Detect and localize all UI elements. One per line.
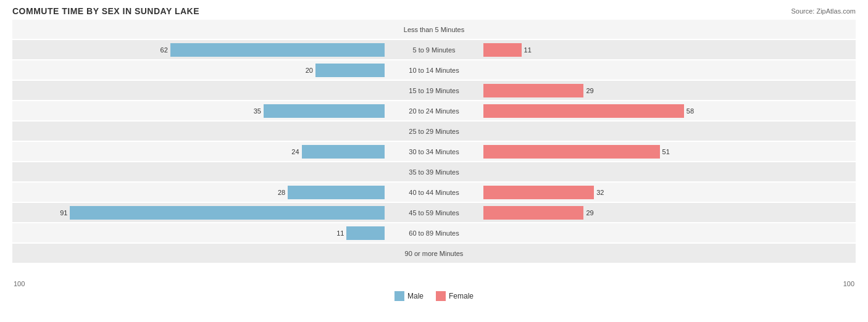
female-bar [483,186,594,199]
male-side: 35 [254,101,385,120]
axis-labels: 100 100 [12,280,856,287]
row-label: 20 to 24 Minutes [385,107,483,115]
row-label: 45 to 59 Minutes [385,209,483,217]
row-label: 40 to 44 Minutes [385,189,483,196]
chart-row: 3520 to 24 Minutes58 [12,101,856,120]
female-color-box [436,291,446,301]
female-bar [483,145,660,159]
chart-title: COMMUTE TIME BY SEX IN SUNDAY LAKE [12,6,856,16]
row-label: 15 to 19 Minutes [385,87,483,94]
female-side [483,244,486,263]
female-side: 29 [483,203,594,222]
chart-row: 2010 to 14 Minutes [12,60,856,80]
chart-row: 90 or more Minutes [12,244,856,263]
male-value: 91 [60,209,67,217]
chart-row: 2430 to 34 Minutes51 [12,142,856,161]
male-value: 62 [161,46,168,54]
chart-row: 9145 to 59 Minutes29 [12,203,856,222]
female-value: 58 [686,107,694,115]
female-side: 29 [483,81,594,100]
source-text: Source: ZipAtlas.com [791,7,856,15]
male-side: 20 [306,60,385,80]
male-bar [315,64,385,77]
row-label: 5 to 9 Minutes [385,46,483,54]
chart-container: COMMUTE TIME BY SEX IN SUNDAY LAKE Sourc… [0,0,868,322]
male-value: 24 [291,148,299,155]
male-value: 28 [278,189,285,196]
female-bar [483,104,684,118]
axis-right: 100 [843,280,854,287]
female-side: 32 [483,183,604,202]
female-bar [483,84,583,97]
row-label: 60 to 89 Minutes [385,229,483,237]
female-side [483,122,486,141]
male-bar [264,104,385,118]
male-bar [346,226,385,240]
male-bar [170,43,385,57]
female-bar [483,43,522,57]
row-label: Less than 5 Minutes [385,26,483,33]
female-side: 51 [483,142,670,161]
male-side: 11 [336,223,385,242]
chart-row: 625 to 9 Minutes11 [12,40,856,59]
chart-row: 35 to 39 Minutes [12,162,856,181]
legend-male: Male [394,291,424,301]
male-color-box [394,291,404,301]
chart-row: 1160 to 89 Minutes [12,223,856,242]
female-value: 51 [662,148,670,155]
female-label: Female [449,292,474,300]
chart-area: Less than 5 Minutes625 to 9 Minutes11201… [12,20,856,279]
female-side [483,60,486,80]
male-bar [288,186,385,199]
row-label: 30 to 34 Minutes [385,148,483,155]
male-value: 11 [336,229,344,237]
male-value: 20 [306,67,313,74]
female-value: 11 [524,46,532,54]
male-bar [302,145,385,159]
male-value: 35 [254,107,261,115]
female-side [483,223,486,242]
row-label: 25 to 29 Minutes [385,128,483,135]
legend: Male Female [12,291,856,301]
row-label: 90 or more Minutes [385,250,483,257]
male-label: Male [407,292,424,300]
male-bar [70,206,385,220]
female-side: 58 [483,101,694,120]
chart-row: 2840 to 44 Minutes32 [12,183,856,202]
female-side [483,20,486,39]
female-value: 29 [586,87,593,94]
chart-row: Less than 5 Minutes [12,20,856,39]
male-side: 28 [278,183,385,202]
legend-female: Female [436,291,474,301]
chart-row: 15 to 19 Minutes29 [12,81,856,100]
female-side: 11 [483,40,532,59]
female-value: 32 [596,189,604,196]
axis-left: 100 [14,280,25,287]
female-bar [483,206,583,220]
chart-row: 25 to 29 Minutes [12,122,856,141]
male-side: 24 [291,142,385,161]
male-side: 62 [161,40,385,59]
row-label: 10 to 14 Minutes [385,67,483,74]
female-side [483,162,486,181]
male-side: 91 [60,203,385,222]
female-value: 29 [586,209,593,217]
row-label: 35 to 39 Minutes [385,168,483,176]
